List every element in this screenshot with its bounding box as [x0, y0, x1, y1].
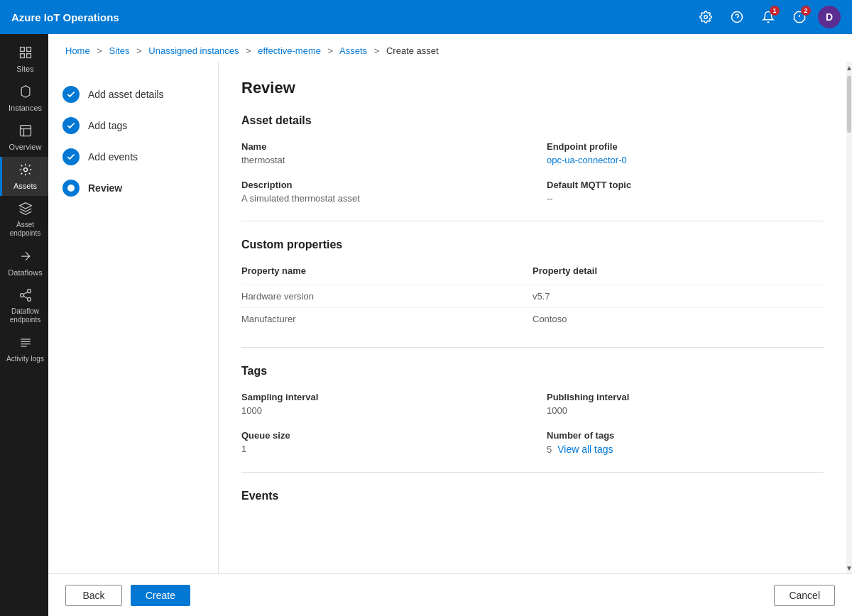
step-label-3: Add events: [88, 151, 138, 163]
svg-rect-9: [20, 54, 24, 58]
step-circle-3: [62, 148, 80, 165]
dataflow-endpoints-icon: [18, 288, 33, 304]
settings-icon: [699, 11, 712, 23]
activity-logs-icon: [18, 336, 33, 352]
number-of-tags-detail: Number of tags 5 View all tags: [547, 430, 824, 455]
view-all-tags-link[interactable]: View all tags: [557, 444, 613, 455]
events-section-title: Events: [241, 490, 824, 502]
sidebar-item-activity-logs[interactable]: Activity logs: [0, 330, 48, 369]
tags-grid: Sampling interval 1000 Publishing interv…: [241, 392, 824, 455]
sidebar-label-asset-endpoints: Asset endpoints: [5, 221, 45, 238]
step-add-tags[interactable]: Add tags: [62, 110, 204, 141]
top-nav: Azure IoT Operations 1 2 D: [0, 0, 852, 34]
svg-point-14: [23, 168, 27, 172]
step-circle-1: [62, 86, 80, 103]
breadcrumb-effective-meme[interactable]: effective-meme: [258, 45, 321, 56]
sidebar: Sites Instances Overview Assets Asset en…: [0, 34, 48, 616]
notification1-button[interactable]: 1: [755, 4, 781, 30]
notification2-button[interactable]: 2: [787, 4, 812, 30]
content-area: Home > Sites > Unassigned instances > ef…: [48, 34, 852, 616]
breadcrumb-current: Create asset: [386, 45, 439, 56]
publishing-interval-value: 1000: [547, 405, 824, 416]
review-title: Review: [241, 79, 824, 97]
description-label: Description: [241, 180, 518, 190]
number-of-tags-value: 5: [547, 444, 552, 455]
hardware-version-name: Hardware version: [241, 285, 532, 307]
svg-point-0: [704, 16, 708, 19]
svg-line-19: [23, 292, 28, 294]
step-add-events[interactable]: Add events: [62, 141, 204, 172]
svg-point-15: [27, 290, 31, 293]
endpoint-profile-label: Endpoint profile: [547, 141, 824, 152]
manufacturer-name: Manufacturer: [241, 307, 532, 330]
wizard-layout: Add asset details Add tags Add events: [48, 62, 852, 573]
overview-icon: [18, 123, 33, 140]
app-title: Azure IoT Operations: [11, 11, 693, 23]
number-of-tags-row: 5 View all tags: [547, 444, 824, 455]
sidebar-item-sites[interactable]: Sites: [0, 40, 48, 79]
svg-rect-11: [20, 126, 31, 136]
breadcrumb-unassigned-instances[interactable]: Unassigned instances: [148, 45, 239, 56]
nav-icons: 1 2 D: [693, 4, 841, 30]
avatar[interactable]: D: [818, 6, 841, 28]
endpoint-profile-value: opc-ua-connector-0: [547, 155, 824, 165]
create-button[interactable]: Create: [131, 585, 190, 606]
sidebar-item-instances[interactable]: Instances: [0, 79, 48, 118]
back-button[interactable]: Back: [65, 585, 122, 606]
mqtt-topic-value: --: [547, 193, 824, 204]
sidebar-label-activity-logs: Activity logs: [6, 355, 44, 363]
sidebar-item-asset-endpoints[interactable]: Asset endpoints: [0, 196, 48, 243]
svg-rect-7: [26, 48, 31, 52]
step-circle-4: [62, 180, 80, 197]
sampling-interval-value: 1000: [241, 405, 518, 416]
queue-size-label: Queue size: [241, 430, 518, 441]
divider-1: [241, 221, 824, 221]
name-detail: Name thermostat: [241, 141, 518, 165]
mqtt-topic-label: Default MQTT topic: [547, 180, 824, 190]
step-review[interactable]: Review: [62, 172, 204, 204]
hardware-version-value: v5.7: [532, 285, 824, 307]
step-circle-2: [62, 117, 80, 134]
cancel-button[interactable]: Cancel: [774, 585, 835, 606]
sidebar-item-dataflows[interactable]: Dataflows: [0, 243, 48, 282]
svg-line-18: [23, 296, 28, 298]
sidebar-item-overview[interactable]: Overview: [0, 118, 48, 157]
asset-endpoints-icon: [18, 202, 33, 218]
settings-button[interactable]: [693, 4, 719, 30]
breadcrumb-assets[interactable]: Assets: [339, 45, 367, 56]
divider-2: [241, 347, 824, 348]
step-label-4: Review: [88, 182, 122, 194]
sampling-interval-detail: Sampling interval 1000: [241, 392, 518, 416]
description-detail: Description A simulated thermostat asset: [241, 180, 518, 204]
mqtt-topic-detail: Default MQTT topic --: [547, 180, 824, 204]
name-value: thermostat: [241, 155, 518, 165]
breadcrumb-sites[interactable]: Sites: [109, 45, 130, 56]
custom-props-section-title: Custom properties: [241, 238, 824, 251]
tags-section-title: Tags: [241, 365, 824, 378]
review-content: Review Asset details Name thermostat End…: [219, 62, 846, 573]
sampling-interval-label: Sampling interval: [241, 392, 518, 402]
sidebar-item-dataflow-endpoints[interactable]: Dataflow endpoints: [0, 282, 48, 330]
notification1-badge: 1: [770, 6, 780, 16]
instances-icon: [18, 84, 33, 101]
breadcrumb: Home > Sites > Unassigned instances > ef…: [48, 34, 852, 62]
description-value: A simulated thermostat asset: [241, 193, 518, 204]
svg-point-16: [20, 294, 23, 297]
custom-props-grid: Property name Property detail Hardware v…: [241, 265, 824, 330]
name-label: Name: [241, 141, 518, 152]
svg-marker-10: [21, 86, 30, 98]
bottom-bar: Back Create Cancel: [48, 573, 852, 616]
sidebar-label-overview: Overview: [9, 143, 42, 151]
help-button[interactable]: [724, 4, 750, 30]
asset-details-grid: Name thermostat Endpoint profile opc-ua-…: [241, 141, 824, 204]
step-label-1: Add asset details: [88, 89, 164, 100]
sidebar-label-instances: Instances: [9, 104, 42, 112]
scrollbar[interactable]: ▲ ▼: [846, 62, 852, 573]
scroll-thumb[interactable]: [847, 76, 851, 133]
scroll-up-arrow[interactable]: ▲: [846, 62, 852, 73]
step-add-asset-details[interactable]: Add asset details: [62, 79, 204, 110]
breadcrumb-home[interactable]: Home: [65, 45, 90, 56]
endpoint-profile-detail: Endpoint profile opc-ua-connector-0: [547, 141, 824, 165]
scroll-down-arrow[interactable]: ▼: [846, 562, 852, 573]
sidebar-item-assets[interactable]: Assets: [0, 157, 48, 196]
